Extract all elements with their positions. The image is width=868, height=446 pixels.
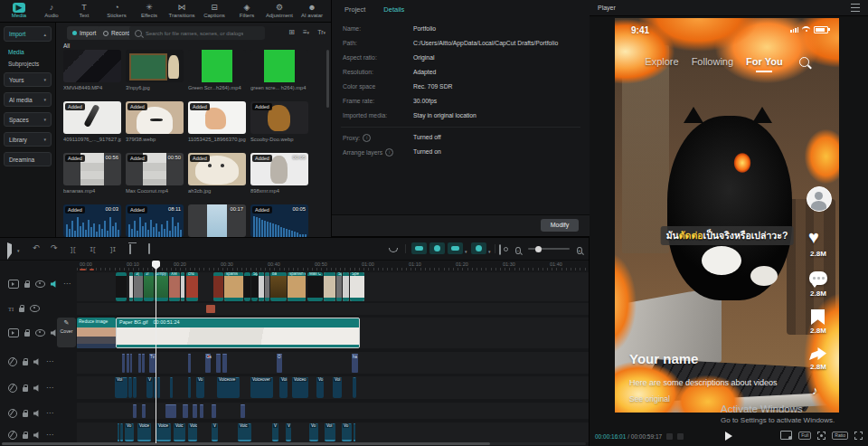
- video-clip[interactable]: ba: [270, 272, 287, 301]
- tab-project[interactable]: Project: [344, 5, 365, 14]
- effect-clip[interactable]: [183, 404, 188, 418]
- delete-icon[interactable]: [129, 244, 131, 253]
- tab-details[interactable]: Details: [383, 5, 404, 14]
- lock-icon[interactable]: [23, 413, 28, 417]
- link-clips-toggle[interactable]: [429, 242, 445, 254]
- sidebar-import-header[interactable]: Import ▴: [4, 26, 52, 42]
- reduce-image-clip[interactable]: Reduce image: [77, 318, 116, 348]
- lock-icon[interactable]: [23, 434, 28, 439]
- select-tool-caret[interactable]: ▾: [17, 246, 20, 255]
- video-clip[interactable]: 3(: [134, 272, 143, 301]
- more-icon[interactable]: ⋯: [46, 385, 53, 391]
- timeline-scrollbar[interactable]: [2, 442, 586, 445]
- text-clip[interactable]: [216, 354, 221, 373]
- auto-snap-toggle[interactable]: [448, 242, 463, 254]
- text-clip[interactable]: [127, 354, 129, 373]
- audio-clip[interactable]: Voi: [333, 377, 342, 398]
- media-search-input[interactable]: Search for file names, scenes, or dialog…: [129, 26, 265, 40]
- audio-track-icon[interactable]: [8, 384, 17, 393]
- grid-view-icon[interactable]: ⊞: [288, 28, 295, 36]
- mute-icon[interactable]: [33, 384, 41, 392]
- visibility-icon[interactable]: [30, 305, 40, 312]
- import-button[interactable]: Import: [67, 26, 101, 40]
- text-clip[interactable]: [130, 354, 132, 373]
- timeline-zoom-slider[interactable]: [528, 248, 570, 250]
- text-clip[interactable]: Ca: [205, 354, 211, 373]
- play-button[interactable]: [725, 432, 732, 441]
- audio-clip[interactable]: [120, 423, 123, 441]
- audio-clip[interactable]: Voi: [115, 377, 127, 398]
- media-tile[interactable]: green scre... h264).mp4: [250, 50, 308, 90]
- delete-right-icon[interactable]: ]I: [109, 245, 115, 254]
- audio-clip[interactable]: Voice: [137, 423, 151, 441]
- profile-avatar[interactable]: [807, 186, 832, 212]
- media-tile[interactable]: Added409110976_..._917627.jpg: [63, 101, 121, 142]
- media-tile[interactable]: 3!npy6.jpg: [126, 50, 184, 90]
- effect-clip[interactable]: [212, 404, 216, 418]
- mute-icon[interactable]: [33, 410, 41, 417]
- audio-clip[interactable]: V: [272, 423, 278, 441]
- audio-track-icon[interactable]: [8, 431, 17, 440]
- lock-icon[interactable]: [23, 387, 28, 392]
- video-clip[interactable]: [324, 272, 335, 301]
- audio-clip[interactable]: Vo: [125, 423, 134, 441]
- text-clip[interactable]: [188, 354, 191, 373]
- audio-clip[interactable]: [157, 377, 160, 398]
- ratio-button[interactable]: Ratio: [832, 432, 848, 440]
- auto-snap-caret[interactable]: ▾: [465, 247, 467, 256]
- audio-clip[interactable]: V: [212, 423, 218, 441]
- video-clip[interactable]: [181, 272, 184, 301]
- audio-clip[interactable]: Vo: [316, 377, 324, 398]
- video-clip[interactable]: cho: [186, 272, 198, 301]
- share-icon[interactable]: [809, 347, 826, 360]
- toolbar-item-stickers[interactable]: ◔Stickers: [100, 3, 133, 19]
- toolbar-item-captions[interactable]: ⊟Captions: [198, 3, 231, 19]
- preview-quality-icon[interactable]: [780, 431, 792, 440]
- like-icon[interactable]: ♥: [808, 228, 819, 246]
- video-clip[interactable]: Sp: [336, 272, 342, 301]
- toolbar-item-effects[interactable]: ✳Effects: [133, 3, 165, 19]
- audio-clip[interactable]: [118, 423, 119, 441]
- video-clip[interactable]: spanis: [224, 272, 243, 301]
- mute-icon[interactable]: [33, 358, 41, 365]
- effect-clip[interactable]: [165, 404, 176, 418]
- text-clip[interactable]: [138, 354, 141, 373]
- text-clip[interactable]: ha: [352, 354, 358, 373]
- cover-button[interactable]: ✎ Cover: [57, 318, 76, 347]
- audio-clip[interactable]: Voiceo: [292, 377, 308, 398]
- video-preview[interactable]: 9:41 Explore Following For You มันตัดต่อ…: [615, 18, 839, 413]
- audio-clip[interactable]: [128, 377, 132, 398]
- video-clip[interactable]: 3!: [144, 272, 154, 301]
- effect-clip[interactable]: [200, 404, 203, 418]
- video-clip[interactable]: [265, 272, 269, 301]
- media-tile[interactable]: Added00:05898xmr.mp4: [250, 153, 308, 194]
- visibility-icon[interactable]: [35, 329, 45, 337]
- paper-bg-clip[interactable]: Paper BG.gif00:00:51:24: [116, 318, 360, 348]
- toolbar-item-text[interactable]: TText: [68, 3, 100, 19]
- audio-clip[interactable]: Voic: [188, 423, 197, 441]
- select-tool-icon[interactable]: [7, 244, 12, 253]
- audio-clip[interactable]: Voiceover: [250, 377, 273, 398]
- text-clip[interactable]: [142, 354, 145, 373]
- lock-icon[interactable]: [23, 361, 28, 365]
- tab-for-you[interactable]: For You: [746, 56, 783, 67]
- toolbar-item-transitions[interactable]: ⋈Transitions: [165, 3, 198, 19]
- audio-clip[interactable]: [353, 377, 356, 398]
- video-track-icon[interactable]: [8, 280, 19, 289]
- player-menu-icon[interactable]: [851, 4, 860, 12]
- text-track-icon[interactable]: TI: [8, 306, 14, 312]
- zoom-in-icon[interactable]: +: [577, 245, 582, 254]
- audio-clip[interactable]: Voice: [156, 423, 171, 441]
- tab-explore[interactable]: Explore: [645, 56, 678, 67]
- video-clip[interactable]: Sp: [251, 272, 258, 301]
- preview-frame-icon[interactable]: [499, 245, 501, 254]
- media-scrollbar[interactable]: [326, 50, 329, 108]
- video-clip[interactable]: XM: [169, 272, 180, 301]
- main-track-magnet-toggle[interactable]: [411, 242, 427, 254]
- full-preview-button[interactable]: Full: [798, 432, 811, 440]
- audio-clip[interactable]: V: [146, 377, 153, 398]
- effect-clip[interactable]: [133, 404, 137, 418]
- video-clip[interactable]: [343, 272, 349, 301]
- audio-track-icon[interactable]: [8, 357, 17, 366]
- media-tile[interactable]: Added00:50Max Coconut.mp4: [126, 153, 184, 194]
